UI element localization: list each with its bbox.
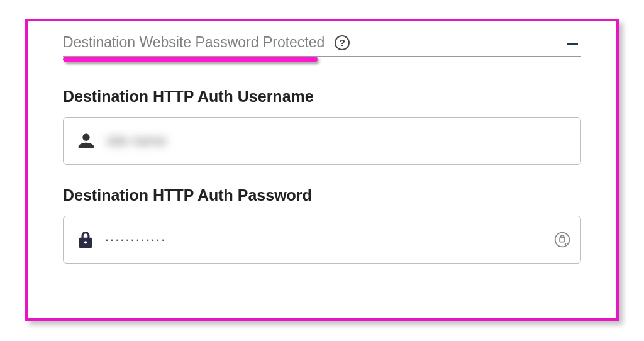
username-label: Destination HTTP Auth Username: [63, 87, 581, 106]
password-label: Destination HTTP Auth Password: [63, 186, 581, 204]
highlighted-panel: Destination Website Password Protected ?…: [25, 19, 619, 321]
username-field-block: Destination HTTP Auth Username site name: [63, 87, 581, 165]
username-value: site name: [106, 133, 567, 149]
svg-point-0: [84, 241, 87, 243]
password-field-block: Destination HTTP Auth Password ·········…: [63, 186, 581, 264]
svg-rect-2: [560, 238, 565, 242]
toggle-password-visibility-icon[interactable]: [553, 230, 572, 249]
password-value: ············: [105, 232, 541, 248]
help-icon[interactable]: ?: [335, 35, 350, 50]
password-input[interactable]: ············: [63, 216, 581, 264]
section-header: Destination Website Password Protected ?: [63, 34, 581, 57]
username-input[interactable]: site name: [63, 117, 581, 165]
minus-icon: [567, 43, 578, 45]
collapse-button[interactable]: [564, 35, 581, 53]
user-icon: [77, 132, 95, 150]
section-title: Destination Website Password Protected: [63, 34, 325, 51]
svg-point-1: [555, 233, 570, 247]
lock-icon: [77, 230, 94, 250]
